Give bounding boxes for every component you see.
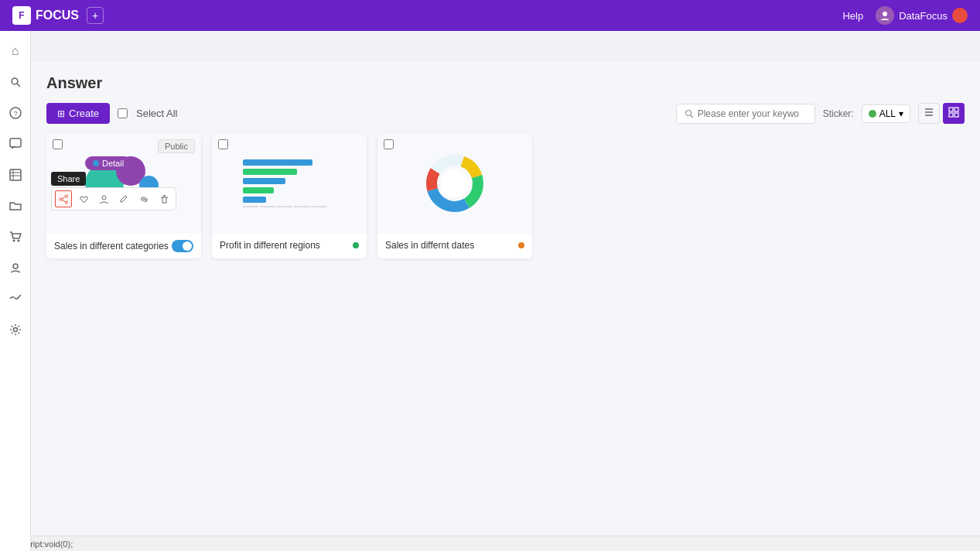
svg-point-0 — [883, 12, 887, 16]
edit-action-button[interactable] — [115, 190, 132, 207]
bar-chart-viz — [243, 159, 336, 207]
grid-view-button[interactable] — [943, 103, 965, 124]
svg-rect-19 — [949, 108, 953, 111]
card1-footer: Sales in different categories — [46, 234, 201, 258]
help-button[interactable]: Help — [842, 10, 863, 22]
topbar-right: Help DataFocus — [842, 6, 968, 25]
bar-row-4 — [243, 187, 336, 193]
bar-4 — [243, 187, 274, 193]
card3-checkbox[interactable] — [384, 139, 394, 149]
bar-row-3 — [243, 178, 336, 184]
svg-point-23 — [65, 195, 67, 197]
svg-rect-22 — [954, 113, 958, 117]
favorite-action-button[interactable] — [75, 190, 92, 207]
bar-row-1 — [243, 159, 336, 166]
add-tab-button[interactable]: + — [87, 7, 104, 24]
sidebar: ⌂ ? — [0, 31, 31, 551]
list-view-button[interactable] — [918, 103, 940, 124]
topbar: F FOCUS + Help DataFocus — [0, 0, 980, 31]
user-avatar — [876, 6, 894, 25]
sidebar-item-chat[interactable] — [2, 130, 29, 158]
bar-row-5 — [243, 197, 336, 203]
link-action-button[interactable] — [135, 190, 152, 207]
toolbar-right: Sticker: ALL ▾ — [676, 103, 965, 124]
svg-rect-6 — [10, 169, 21, 180]
search-input[interactable] — [698, 108, 806, 119]
sticker-chevron-icon: ▾ — [899, 108, 903, 119]
page-title: Answer — [46, 74, 102, 92]
card2-status-dot — [353, 242, 359, 248]
user-name: DataFocus — [899, 10, 948, 22]
sidebar-item-settings[interactable] — [2, 316, 29, 344]
svg-point-11 — [17, 240, 19, 242]
card1-checkbox[interactable] — [53, 139, 63, 149]
svg-point-13 — [13, 328, 17, 332]
donut-center — [441, 169, 469, 197]
detail-label: Detail — [102, 159, 124, 168]
sidebar-item-user[interactable] — [2, 254, 29, 282]
toolbar: ⊞ Create Select All Sticker: ALL ▾ — [46, 103, 965, 124]
share-action-button[interactable] — [55, 190, 72, 207]
sidebar-item-home[interactable]: ⌂ — [2, 37, 29, 65]
user-info: DataFocus — [876, 6, 968, 25]
svg-point-14 — [685, 110, 691, 115]
card2-title: Profit in different regions — [220, 240, 353, 251]
delete-action-button[interactable] — [155, 190, 172, 207]
svg-text:?: ? — [13, 110, 17, 118]
svg-point-28 — [102, 196, 106, 200]
svg-point-10 — [12, 240, 15, 242]
card1-toggle[interactable] — [172, 240, 193, 252]
svg-point-12 — [13, 264, 18, 269]
create-button[interactable]: ⊞ Create — [46, 103, 110, 124]
select-all-checkbox[interactable] — [118, 108, 128, 118]
sidebar-item-folder[interactable] — [2, 192, 29, 220]
svg-point-1 — [12, 78, 18, 84]
share-icon — [59, 194, 69, 204]
grid-icon — [948, 107, 959, 118]
sidebar-item-table[interactable] — [2, 161, 29, 189]
view-toggle — [918, 103, 965, 124]
search-box — [676, 104, 815, 124]
delete-icon — [159, 194, 169, 204]
svg-line-27 — [62, 200, 66, 202]
bar-row-2 — [243, 169, 336, 175]
select-all-label[interactable]: Select All — [118, 108, 177, 119]
sticker-label: Sticker: — [823, 108, 854, 119]
sidebar-item-analytics[interactable] — [2, 285, 29, 313]
sidebar-item-cart[interactable] — [2, 223, 29, 251]
bar-2 — [243, 169, 297, 175]
bar-5 — [243, 197, 266, 203]
card3-title: Sales in differnt dates — [385, 240, 518, 251]
donut-chart-viz — [424, 152, 486, 214]
public-badge: Public — [158, 139, 195, 153]
user-icon — [99, 194, 109, 204]
card-sales-dates: Sales in differnt dates — [377, 133, 532, 258]
svg-line-26 — [62, 197, 66, 199]
user-action-button[interactable] — [95, 190, 112, 207]
svg-line-15 — [690, 115, 693, 118]
card1-preview: Public Share Detail — [46, 133, 201, 234]
card2-preview — [212, 133, 367, 234]
heart-icon — [79, 194, 89, 204]
create-icon: ⊞ — [57, 108, 65, 119]
sidebar-item-question[interactable]: ? — [2, 99, 29, 127]
card2-checkbox[interactable] — [218, 139, 228, 149]
toggle-knob — [183, 241, 192, 251]
card1-title: Sales in different categories — [54, 241, 172, 252]
edit-icon — [119, 194, 129, 204]
detail-dot — [93, 160, 99, 166]
datafocus-logo-icon — [952, 8, 968, 23]
sticker-select[interactable]: ALL ▾ — [862, 104, 910, 123]
share-tooltip: Share — [51, 172, 86, 186]
sidebar-item-search[interactable] — [2, 68, 29, 96]
logo-text: FOCUS — [36, 9, 79, 22]
svg-line-2 — [17, 84, 20, 87]
svg-rect-21 — [949, 113, 953, 117]
cards-grid: Public Share Detail — [46, 133, 965, 258]
svg-rect-5 — [10, 139, 21, 147]
page-header: Answer — [46, 74, 965, 92]
logo: F FOCUS — [12, 6, 79, 25]
card3-footer: Sales in differnt dates — [377, 234, 532, 257]
svg-point-25 — [60, 198, 62, 200]
detail-pill[interactable]: Detail — [85, 156, 131, 170]
